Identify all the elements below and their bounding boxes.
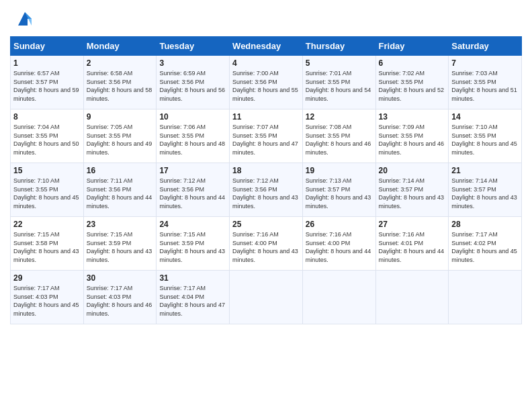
week-row-3: 15Sunrise: 7:10 AMSunset: 3:55 PMDayligh…: [11, 163, 522, 217]
calendar-cell: 30Sunrise: 7:17 AMSunset: 4:03 PMDayligh…: [83, 271, 157, 324]
weekday-header-monday: Monday: [83, 37, 157, 56]
weekday-header-tuesday: Tuesday: [157, 37, 230, 56]
day-info: Sunrise: 6:57 AMSunset: 3:57 PMDaylight:…: [13, 69, 81, 103]
week-row-4: 22Sunrise: 7:15 AMSunset: 3:58 PMDayligh…: [11, 217, 522, 271]
weekday-header-row: SundayMondayTuesdayWednesdayThursdayFrid…: [11, 37, 522, 56]
day-number: 30: [87, 273, 154, 283]
day-number: 17: [159, 166, 226, 175]
day-number: 18: [232, 166, 300, 175]
page-header: [10, 7, 522, 31]
calendar-cell: [375, 271, 449, 324]
day-info: Sunrise: 7:17 AMSunset: 4:03 PMDaylight:…: [87, 284, 154, 318]
day-number: 25: [232, 220, 300, 229]
weekday-header-wednesday: Wednesday: [230, 37, 303, 56]
weekday-header-sunday: Sunday: [11, 37, 84, 56]
day-number: 7: [451, 58, 519, 68]
day-info: Sunrise: 7:17 AMSunset: 4:02 PMDaylight:…: [451, 230, 519, 264]
day-number: 4: [232, 58, 300, 68]
day-number: 3: [159, 58, 226, 68]
calendar-cell: 8Sunrise: 7:04 AMSunset: 3:55 PMDaylight…: [11, 109, 84, 163]
calendar-cell: 9Sunrise: 7:05 AMSunset: 3:55 PMDaylight…: [83, 109, 157, 163]
calendar-cell: 2Sunrise: 6:58 AMSunset: 3:56 PMDaylight…: [83, 56, 157, 109]
day-info: Sunrise: 7:08 AMSunset: 3:55 PMDaylight:…: [306, 123, 373, 156]
day-info: Sunrise: 7:12 AMSunset: 3:56 PMDaylight:…: [159, 177, 226, 210]
day-info: Sunrise: 7:15 AMSunset: 3:59 PMDaylight:…: [87, 230, 154, 264]
day-info: Sunrise: 7:14 AMSunset: 3:57 PMDaylight:…: [451, 177, 519, 210]
calendar-cell: 25Sunrise: 7:16 AMSunset: 4:00 PMDayligh…: [230, 217, 303, 271]
day-number: 19: [306, 166, 373, 175]
day-number: 23: [87, 220, 154, 229]
calendar-cell: 5Sunrise: 7:01 AMSunset: 3:55 PMDaylight…: [302, 56, 375, 109]
day-info: Sunrise: 7:10 AMSunset: 3:55 PMDaylight:…: [451, 123, 519, 156]
day-info: Sunrise: 7:16 AMSunset: 4:00 PMDaylight:…: [306, 230, 373, 264]
calendar-cell: 26Sunrise: 7:16 AMSunset: 4:00 PMDayligh…: [302, 217, 375, 271]
day-info: Sunrise: 7:11 AMSunset: 3:56 PMDaylight:…: [87, 177, 154, 210]
day-info: Sunrise: 7:16 AMSunset: 4:00 PMDaylight:…: [232, 230, 300, 264]
day-info: Sunrise: 7:02 AMSunset: 3:55 PMDaylight:…: [379, 69, 446, 103]
calendar-cell: 19Sunrise: 7:13 AMSunset: 3:57 PMDayligh…: [302, 163, 375, 217]
day-number: 27: [379, 220, 446, 229]
day-info: Sunrise: 7:06 AMSunset: 3:55 PMDaylight:…: [159, 123, 226, 156]
day-number: 8: [13, 112, 81, 122]
calendar-cell: 13Sunrise: 7:09 AMSunset: 3:55 PMDayligh…: [375, 109, 449, 163]
day-number: 21: [451, 166, 519, 175]
calendar-cell: 3Sunrise: 6:59 AMSunset: 3:56 PMDaylight…: [157, 56, 230, 109]
day-info: Sunrise: 6:59 AMSunset: 3:56 PMDaylight:…: [159, 69, 226, 103]
calendar-cell: 10Sunrise: 7:06 AMSunset: 3:55 PMDayligh…: [157, 109, 230, 163]
day-info: Sunrise: 7:14 AMSunset: 3:57 PMDaylight:…: [379, 177, 446, 210]
calendar-cell: 7Sunrise: 7:03 AMSunset: 3:55 PMDaylight…: [449, 56, 522, 109]
calendar-cell: [230, 271, 303, 324]
calendar-cell: 6Sunrise: 7:02 AMSunset: 3:55 PMDaylight…: [375, 56, 449, 109]
day-info: Sunrise: 6:58 AMSunset: 3:56 PMDaylight:…: [87, 69, 154, 103]
day-number: 29: [13, 273, 81, 283]
day-info: Sunrise: 7:17 AMSunset: 4:03 PMDaylight:…: [13, 284, 81, 318]
day-info: Sunrise: 7:13 AMSunset: 3:57 PMDaylight:…: [306, 177, 373, 210]
day-info: Sunrise: 7:04 AMSunset: 3:55 PMDaylight:…: [13, 123, 81, 156]
day-info: Sunrise: 7:09 AMSunset: 3:55 PMDaylight:…: [379, 123, 446, 156]
day-number: 11: [232, 112, 300, 122]
day-info: Sunrise: 7:01 AMSunset: 3:55 PMDaylight:…: [306, 69, 373, 103]
calendar-cell: 29Sunrise: 7:17 AMSunset: 4:03 PMDayligh…: [11, 271, 84, 324]
day-info: Sunrise: 7:16 AMSunset: 4:01 PMDaylight:…: [379, 230, 446, 264]
day-number: 2: [87, 58, 154, 68]
day-number: 13: [379, 112, 446, 122]
calendar-cell: 27Sunrise: 7:16 AMSunset: 4:01 PMDayligh…: [375, 217, 449, 271]
calendar-cell: [449, 271, 522, 324]
day-info: Sunrise: 7:05 AMSunset: 3:55 PMDaylight:…: [87, 123, 154, 156]
day-info: Sunrise: 7:17 AMSunset: 4:04 PMDaylight:…: [159, 284, 226, 318]
week-row-1: 1Sunrise: 6:57 AMSunset: 3:57 PMDaylight…: [11, 56, 522, 109]
calendar-cell: 20Sunrise: 7:14 AMSunset: 3:57 PMDayligh…: [375, 163, 449, 217]
day-number: 1: [13, 58, 81, 68]
day-info: Sunrise: 7:15 AMSunset: 3:58 PMDaylight:…: [13, 230, 81, 264]
calendar-table: SundayMondayTuesdayWednesdayThursdayFrid…: [10, 36, 522, 324]
calendar-cell: 1Sunrise: 6:57 AMSunset: 3:57 PMDaylight…: [11, 56, 84, 109]
week-row-5: 29Sunrise: 7:17 AMSunset: 4:03 PMDayligh…: [11, 271, 522, 324]
logo: [10, 7, 37, 31]
calendar-cell: 17Sunrise: 7:12 AMSunset: 3:56 PMDayligh…: [157, 163, 230, 217]
calendar-cell: 14Sunrise: 7:10 AMSunset: 3:55 PMDayligh…: [449, 109, 522, 163]
day-number: 20: [379, 166, 446, 175]
day-number: 14: [451, 112, 519, 122]
day-number: 16: [87, 166, 154, 175]
day-number: 22: [13, 220, 81, 229]
day-number: 10: [159, 112, 226, 122]
day-number: 9: [87, 112, 154, 122]
weekday-header-friday: Friday: [375, 37, 449, 56]
calendar-cell: 24Sunrise: 7:15 AMSunset: 3:59 PMDayligh…: [157, 217, 230, 271]
calendar-cell: 12Sunrise: 7:08 AMSunset: 3:55 PMDayligh…: [302, 109, 375, 163]
weekday-header-thursday: Thursday: [302, 37, 375, 56]
logo-icon: [13, 7, 37, 31]
day-info: Sunrise: 7:15 AMSunset: 3:59 PMDaylight:…: [159, 230, 226, 264]
day-number: 6: [379, 58, 446, 68]
week-row-2: 8Sunrise: 7:04 AMSunset: 3:55 PMDaylight…: [11, 109, 522, 163]
calendar-cell: 15Sunrise: 7:10 AMSunset: 3:55 PMDayligh…: [11, 163, 84, 217]
calendar-cell: 16Sunrise: 7:11 AMSunset: 3:56 PMDayligh…: [83, 163, 157, 217]
day-number: 15: [13, 166, 81, 175]
day-number: 31: [159, 273, 226, 283]
calendar-cell: 18Sunrise: 7:12 AMSunset: 3:56 PMDayligh…: [230, 163, 303, 217]
day-info: Sunrise: 7:10 AMSunset: 3:55 PMDaylight:…: [13, 177, 81, 210]
day-info: Sunrise: 7:03 AMSunset: 3:55 PMDaylight:…: [451, 69, 519, 103]
calendar-cell: 28Sunrise: 7:17 AMSunset: 4:02 PMDayligh…: [449, 217, 522, 271]
calendar-cell: 31Sunrise: 7:17 AMSunset: 4:04 PMDayligh…: [157, 271, 230, 324]
calendar-cell: 4Sunrise: 7:00 AMSunset: 3:56 PMDaylight…: [230, 56, 303, 109]
